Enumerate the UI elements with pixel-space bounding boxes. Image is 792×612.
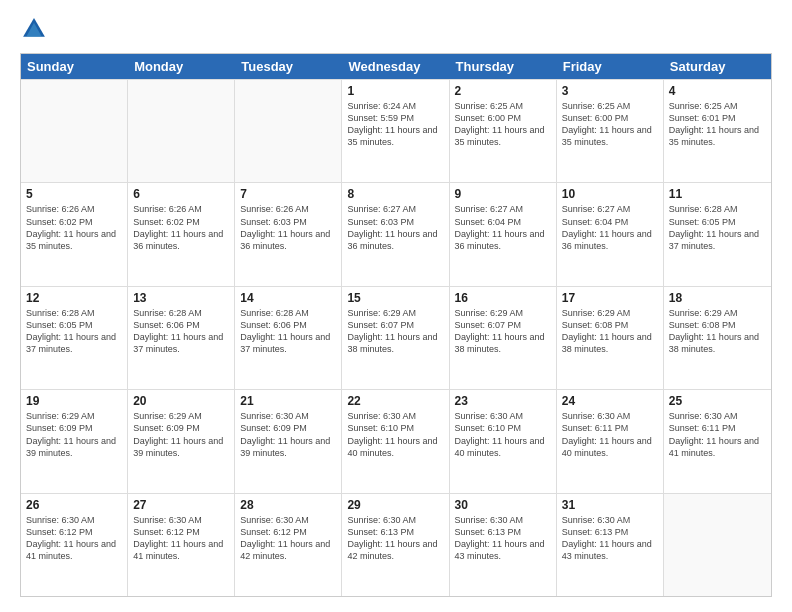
day-number: 4 <box>669 84 766 98</box>
empty-cell <box>21 80 128 182</box>
day-info: Sunrise: 6:30 AMSunset: 6:11 PMDaylight:… <box>562 410 658 459</box>
day-info: Sunrise: 6:24 AMSunset: 5:59 PMDaylight:… <box>347 100 443 149</box>
day-info: Sunrise: 6:29 AMSunset: 6:09 PMDaylight:… <box>26 410 122 459</box>
page: SundayMondayTuesdayWednesdayThursdayFrid… <box>0 0 792 612</box>
day-info: Sunrise: 6:29 AMSunset: 6:07 PMDaylight:… <box>455 307 551 356</box>
day-number: 27 <box>133 498 229 512</box>
day-cell-26: 26Sunrise: 6:30 AMSunset: 6:12 PMDayligh… <box>21 494 128 596</box>
day-number: 13 <box>133 291 229 305</box>
day-info: Sunrise: 6:26 AMSunset: 6:02 PMDaylight:… <box>133 203 229 252</box>
day-number: 11 <box>669 187 766 201</box>
day-info: Sunrise: 6:28 AMSunset: 6:06 PMDaylight:… <box>240 307 336 356</box>
day-cell-11: 11Sunrise: 6:28 AMSunset: 6:05 PMDayligh… <box>664 183 771 285</box>
day-info: Sunrise: 6:29 AMSunset: 6:08 PMDaylight:… <box>562 307 658 356</box>
day-info: Sunrise: 6:28 AMSunset: 6:05 PMDaylight:… <box>669 203 766 252</box>
day-info: Sunrise: 6:29 AMSunset: 6:08 PMDaylight:… <box>669 307 766 356</box>
day-cell-3: 3Sunrise: 6:25 AMSunset: 6:00 PMDaylight… <box>557 80 664 182</box>
day-info: Sunrise: 6:26 AMSunset: 6:03 PMDaylight:… <box>240 203 336 252</box>
day-cell-27: 27Sunrise: 6:30 AMSunset: 6:12 PMDayligh… <box>128 494 235 596</box>
day-info: Sunrise: 6:28 AMSunset: 6:05 PMDaylight:… <box>26 307 122 356</box>
empty-cell <box>128 80 235 182</box>
day-cell-12: 12Sunrise: 6:28 AMSunset: 6:05 PMDayligh… <box>21 287 128 389</box>
day-number: 20 <box>133 394 229 408</box>
day-cell-18: 18Sunrise: 6:29 AMSunset: 6:08 PMDayligh… <box>664 287 771 389</box>
day-info: Sunrise: 6:27 AMSunset: 6:03 PMDaylight:… <box>347 203 443 252</box>
day-number: 19 <box>26 394 122 408</box>
day-cell-2: 2Sunrise: 6:25 AMSunset: 6:00 PMDaylight… <box>450 80 557 182</box>
day-number: 14 <box>240 291 336 305</box>
day-number: 30 <box>455 498 551 512</box>
day-cell-30: 30Sunrise: 6:30 AMSunset: 6:13 PMDayligh… <box>450 494 557 596</box>
day-number: 31 <box>562 498 658 512</box>
day-header-monday: Monday <box>128 54 235 79</box>
day-number: 26 <box>26 498 122 512</box>
day-number: 2 <box>455 84 551 98</box>
day-number: 25 <box>669 394 766 408</box>
header <box>20 15 772 43</box>
day-number: 28 <box>240 498 336 512</box>
day-cell-20: 20Sunrise: 6:29 AMSunset: 6:09 PMDayligh… <box>128 390 235 492</box>
day-cell-8: 8Sunrise: 6:27 AMSunset: 6:03 PMDaylight… <box>342 183 449 285</box>
day-cell-25: 25Sunrise: 6:30 AMSunset: 6:11 PMDayligh… <box>664 390 771 492</box>
day-number: 18 <box>669 291 766 305</box>
day-cell-22: 22Sunrise: 6:30 AMSunset: 6:10 PMDayligh… <box>342 390 449 492</box>
day-cell-21: 21Sunrise: 6:30 AMSunset: 6:09 PMDayligh… <box>235 390 342 492</box>
day-cell-14: 14Sunrise: 6:28 AMSunset: 6:06 PMDayligh… <box>235 287 342 389</box>
calendar-header: SundayMondayTuesdayWednesdayThursdayFrid… <box>21 54 771 79</box>
empty-cell <box>664 494 771 596</box>
day-header-wednesday: Wednesday <box>342 54 449 79</box>
day-number: 1 <box>347 84 443 98</box>
logo <box>20 15 52 43</box>
day-info: Sunrise: 6:29 AMSunset: 6:07 PMDaylight:… <box>347 307 443 356</box>
logo-icon <box>20 15 48 43</box>
calendar: SundayMondayTuesdayWednesdayThursdayFrid… <box>20 53 772 597</box>
day-header-tuesday: Tuesday <box>235 54 342 79</box>
day-number: 16 <box>455 291 551 305</box>
day-number: 12 <box>26 291 122 305</box>
day-info: Sunrise: 6:27 AMSunset: 6:04 PMDaylight:… <box>562 203 658 252</box>
day-cell-13: 13Sunrise: 6:28 AMSunset: 6:06 PMDayligh… <box>128 287 235 389</box>
calendar-body: 1Sunrise: 6:24 AMSunset: 5:59 PMDaylight… <box>21 79 771 596</box>
day-number: 24 <box>562 394 658 408</box>
day-number: 5 <box>26 187 122 201</box>
day-number: 21 <box>240 394 336 408</box>
day-cell-23: 23Sunrise: 6:30 AMSunset: 6:10 PMDayligh… <box>450 390 557 492</box>
day-info: Sunrise: 6:30 AMSunset: 6:12 PMDaylight:… <box>26 514 122 563</box>
day-info: Sunrise: 6:29 AMSunset: 6:09 PMDaylight:… <box>133 410 229 459</box>
week-row-3: 12Sunrise: 6:28 AMSunset: 6:05 PMDayligh… <box>21 286 771 389</box>
day-header-saturday: Saturday <box>664 54 771 79</box>
day-info: Sunrise: 6:30 AMSunset: 6:11 PMDaylight:… <box>669 410 766 459</box>
day-cell-17: 17Sunrise: 6:29 AMSunset: 6:08 PMDayligh… <box>557 287 664 389</box>
day-info: Sunrise: 6:30 AMSunset: 6:10 PMDaylight:… <box>347 410 443 459</box>
day-number: 10 <box>562 187 658 201</box>
day-info: Sunrise: 6:30 AMSunset: 6:13 PMDaylight:… <box>562 514 658 563</box>
day-number: 3 <box>562 84 658 98</box>
day-number: 15 <box>347 291 443 305</box>
week-row-5: 26Sunrise: 6:30 AMSunset: 6:12 PMDayligh… <box>21 493 771 596</box>
day-number: 8 <box>347 187 443 201</box>
day-info: Sunrise: 6:30 AMSunset: 6:12 PMDaylight:… <box>240 514 336 563</box>
day-info: Sunrise: 6:30 AMSunset: 6:10 PMDaylight:… <box>455 410 551 459</box>
day-info: Sunrise: 6:30 AMSunset: 6:12 PMDaylight:… <box>133 514 229 563</box>
day-info: Sunrise: 6:26 AMSunset: 6:02 PMDaylight:… <box>26 203 122 252</box>
day-number: 23 <box>455 394 551 408</box>
day-number: 9 <box>455 187 551 201</box>
day-info: Sunrise: 6:28 AMSunset: 6:06 PMDaylight:… <box>133 307 229 356</box>
day-info: Sunrise: 6:25 AMSunset: 6:00 PMDaylight:… <box>455 100 551 149</box>
day-number: 17 <box>562 291 658 305</box>
day-info: Sunrise: 6:30 AMSunset: 6:13 PMDaylight:… <box>347 514 443 563</box>
week-row-2: 5Sunrise: 6:26 AMSunset: 6:02 PMDaylight… <box>21 182 771 285</box>
day-info: Sunrise: 6:27 AMSunset: 6:04 PMDaylight:… <box>455 203 551 252</box>
day-number: 22 <box>347 394 443 408</box>
day-cell-7: 7Sunrise: 6:26 AMSunset: 6:03 PMDaylight… <box>235 183 342 285</box>
day-cell-15: 15Sunrise: 6:29 AMSunset: 6:07 PMDayligh… <box>342 287 449 389</box>
day-cell-29: 29Sunrise: 6:30 AMSunset: 6:13 PMDayligh… <box>342 494 449 596</box>
day-info: Sunrise: 6:30 AMSunset: 6:13 PMDaylight:… <box>455 514 551 563</box>
day-header-sunday: Sunday <box>21 54 128 79</box>
week-row-4: 19Sunrise: 6:29 AMSunset: 6:09 PMDayligh… <box>21 389 771 492</box>
day-info: Sunrise: 6:25 AMSunset: 6:01 PMDaylight:… <box>669 100 766 149</box>
week-row-1: 1Sunrise: 6:24 AMSunset: 5:59 PMDaylight… <box>21 79 771 182</box>
day-info: Sunrise: 6:25 AMSunset: 6:00 PMDaylight:… <box>562 100 658 149</box>
day-number: 6 <box>133 187 229 201</box>
day-cell-5: 5Sunrise: 6:26 AMSunset: 6:02 PMDaylight… <box>21 183 128 285</box>
